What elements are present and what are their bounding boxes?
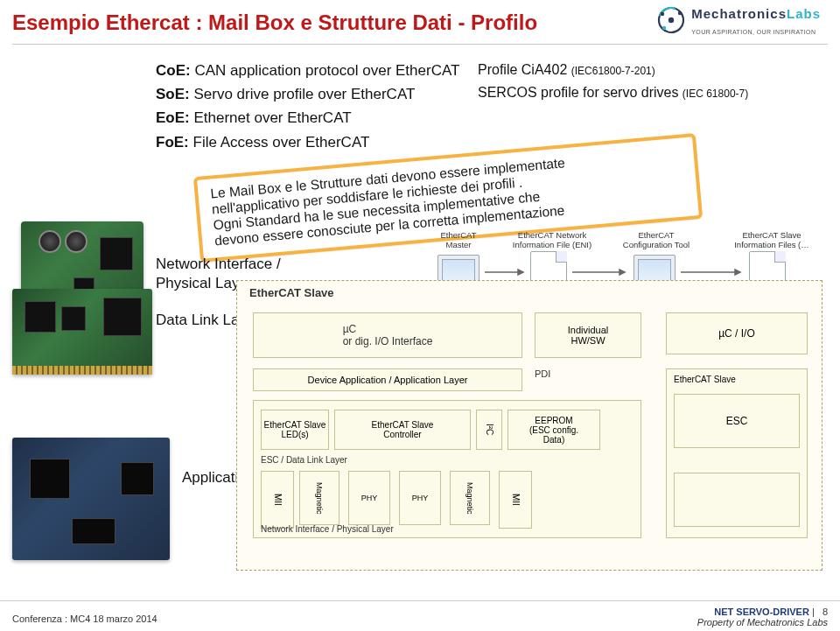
brand-logo: MechatronicsLabs YOUR ASPIRATION, OUR IN…: [656, 5, 821, 39]
pcb-image-datalink: [12, 289, 152, 375]
protocol-definitions: CoE: CAN application protocol over Ether…: [156, 59, 459, 154]
uc-block: µCor dig. I/O Interface: [253, 312, 522, 358]
nipl-label: Network Interface / Physical Layer: [261, 524, 394, 534]
svg-point-2: [668, 18, 674, 23]
logo-icon: [656, 5, 686, 39]
mii-left-block: MII: [261, 471, 294, 529]
esc-small-title: EtherCAT Slave: [674, 375, 736, 384]
divider: [12, 44, 828, 45]
phy-right-block: PHY: [399, 471, 441, 525]
devapp-block: Device Application / Application Layer: [253, 368, 522, 391]
footer-left: Conferenza : MC4 18 marzo 2014: [12, 613, 158, 624]
svg-point-5: [662, 26, 666, 30]
svg-point-4: [678, 11, 682, 15]
controller-block: EtherCAT SlaveController: [334, 410, 471, 450]
page-footer: Conferenza : MC4 18 marzo 2014 NET SERVO…: [0, 600, 840, 631]
phy-left-block: PHY: [348, 471, 390, 525]
logo-tagline: YOUR ASPIRATION, OUR INSPIRATION: [691, 29, 816, 35]
i2c-block: I²C: [476, 410, 502, 450]
pcb-image-application: [12, 438, 170, 560]
config-tool-label: EtherCATConfiguration Tool: [612, 230, 700, 249]
esc-outer-block: EtherCAT SlaveLED(s) EtherCAT SlaveContr…: [253, 400, 641, 538]
profile-list: Profile CiA402 (IEC61800-7-201) SERCOS p…: [478, 59, 748, 103]
eni-label: EtherCAT NetworkInformation File (ENI): [504, 230, 600, 249]
esc-bottom-block: [674, 473, 800, 527]
ethercat-slave-diagram: EtherCAT Slave µCor dig. I/O Interface I…: [236, 280, 822, 571]
esc-inner-block: ESC: [674, 394, 800, 448]
uc-io-block: µC / I/O: [666, 312, 808, 354]
mii-right-block: MII: [499, 471, 532, 529]
esc-dll-label: ESC / Data Link Layer: [261, 455, 347, 465]
esc-small-block: EtherCAT Slave ESC: [666, 368, 808, 538]
eeprom-block: EEPROM(ESC config.Data): [508, 410, 600, 450]
magnetic-right-block: Magnetic: [450, 471, 490, 525]
footer-right: NET SERVO-DRIVER | 8 Property of Mechatr…: [697, 606, 828, 627]
svg-point-3: [661, 12, 664, 16]
pdi-label: PDI: [535, 368, 550, 379]
slave-title: EtherCAT Slave: [249, 286, 334, 299]
logo-text: MechatronicsLabs: [691, 6, 821, 21]
magnetic-left-block: Magnetic: [299, 471, 340, 525]
master-label: EtherCATMaster: [424, 230, 494, 249]
esi-label: EtherCAT SlaveInformation Files (…: [719, 230, 824, 249]
leds-block: EtherCAT SlaveLED(s): [261, 410, 329, 450]
hw-block: IndividualHW/SW: [535, 312, 641, 358]
